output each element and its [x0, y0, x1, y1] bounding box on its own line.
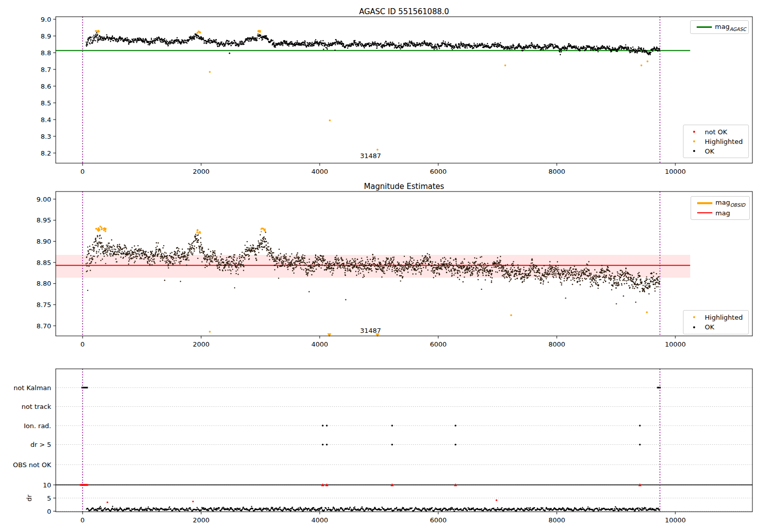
legend-entry-highlighted: Highlighted [687, 313, 745, 322]
highlighted-clusters [95, 30, 261, 33]
flag-row-label: OBS not OK [13, 461, 52, 469]
legend-entry-mag: mag [694, 208, 746, 217]
y-tick-label: 8.4 [41, 116, 51, 124]
y-tick-label: 8.75 [36, 301, 51, 309]
legend-mag-agasc: magAGASC [690, 20, 749, 34]
dr-tick-label: 0 [47, 508, 51, 515]
x-tick-label: 4000 [311, 168, 328, 175]
dr-tick-label: 5 [47, 495, 51, 502]
plots-canvas: 3148702000400060008000100009.08.98.88.78… [0, 0, 760, 532]
plot3-frame [56, 369, 752, 514]
legend-entry-mag-agasc: magAGASC [694, 23, 745, 32]
obsid-range-vlines [83, 17, 660, 163]
legend-mag-lines: magOBSID mag [691, 196, 750, 220]
x-tick-label: 6000 [430, 168, 446, 175]
legend-mid-markers: Highlighted OK [683, 310, 749, 334]
flag-row-label: not track [21, 403, 51, 410]
y-tick-label: 8.7 [41, 66, 51, 73]
legend-entry-highlighted: Highlighted [687, 137, 745, 146]
x-tick-label: 0 [81, 340, 85, 348]
y-tick-label: 8.6 [41, 83, 51, 90]
highlighted-clusters [95, 225, 266, 234]
x-tick-label: 2000 [193, 516, 209, 524]
flag-row-label: dr > 5 [30, 441, 51, 448]
ok-outliers [229, 53, 231, 54]
legend-entry-mag-obsid: magOBSID [694, 199, 746, 208]
legend-entry-ok: OK [687, 323, 745, 332]
figure-root: 3148702000400060008000100009.08.98.88.78… [0, 0, 760, 532]
x-tick-label: 6000 [430, 516, 446, 524]
x-tick-label: 8000 [548, 340, 565, 348]
plot1-frame [53, 17, 752, 166]
obsid-range-vlines [83, 369, 660, 512]
dr-red-outliers [106, 500, 497, 503]
y-tick-label: 8.3 [41, 133, 51, 140]
black-dot-icon [693, 326, 695, 328]
y-tick-label: 9.0 [41, 16, 51, 23]
annotation-31487: 31487 [360, 152, 381, 160]
y-tick-label: 8.80 [36, 280, 51, 287]
x-tick-label: 0 [81, 168, 85, 175]
y-tick-label: 8.8 [41, 49, 51, 57]
highlighted-scatter [209, 60, 648, 150]
y-tick-label: 8.70 [36, 322, 51, 330]
orange-line-swatch [697, 202, 712, 204]
ok-scatter [86, 32, 660, 55]
x-tick-label: 10000 [665, 340, 686, 348]
orange-dot-icon [693, 140, 695, 142]
flag-dots [322, 425, 640, 445]
x-tick-label: 8000 [548, 168, 565, 175]
dr-axis-label: dr [25, 495, 33, 502]
y-tick-label: 8.5 [41, 99, 51, 107]
plot2-title: Magnitude Estimates [56, 182, 752, 191]
x-tick-label: 0 [81, 516, 85, 524]
highlighted-scatter [209, 312, 648, 333]
x-tick-label: 4000 [311, 340, 328, 348]
flag-row-label: Ion. rad. [24, 422, 51, 430]
x-tick-label: 10000 [665, 516, 686, 524]
x-tick-label: 8000 [548, 516, 565, 524]
black-dot-icon [693, 150, 695, 152]
plot1-title: AGASC ID 551561088.0 [56, 7, 752, 16]
legend-label: magAGASC [715, 23, 746, 32]
y-tick-label: 8.2 [41, 149, 51, 157]
y-tick-label: 8.95 [36, 216, 51, 224]
y-tick-label: 8.9 [41, 32, 51, 40]
dr-tick-label: 10 [43, 481, 51, 489]
x-tick-label: 6000 [430, 340, 446, 348]
x-tick-label: 4000 [311, 516, 328, 524]
dr-scatter [86, 506, 660, 512]
legend-entry-ok: OK [687, 146, 745, 156]
red-dot-icon [693, 131, 695, 133]
red-line-swatch [697, 212, 712, 214]
orange-dot-icon [693, 316, 695, 318]
flag-row-label: not Kalman [14, 384, 51, 392]
annotation-31487: 31487 [360, 327, 381, 334]
x-tick-label: 2000 [193, 168, 209, 175]
green-line-swatch [697, 26, 712, 28]
legend-entry-not-ok: not OK [687, 127, 745, 136]
x-tick-label: 10000 [665, 168, 686, 175]
y-tick-label: 9.00 [36, 196, 51, 203]
legend-top-markers: not OK Highlighted OK [683, 125, 749, 158]
flag-gridlines [56, 388, 752, 511]
y-tick-label: 8.85 [36, 259, 51, 267]
x-tick-label: 2000 [193, 340, 209, 348]
y-tick-label: 8.90 [36, 238, 51, 245]
